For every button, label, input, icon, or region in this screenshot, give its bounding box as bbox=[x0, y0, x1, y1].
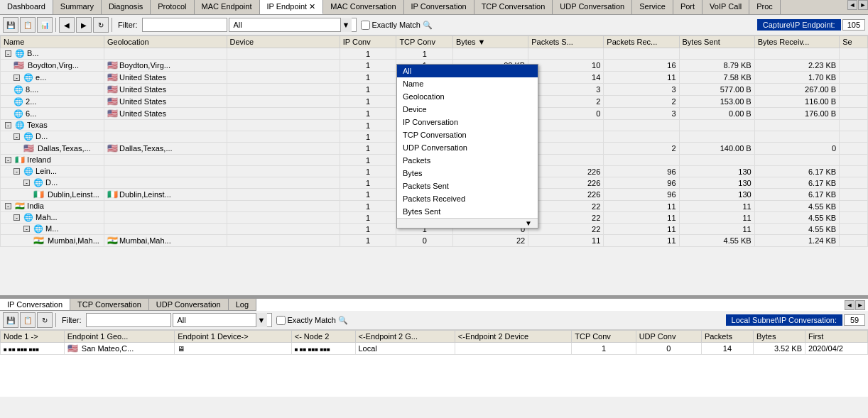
bottom-table-row[interactable]: ■ ■■ ■■■ ■■■ 🇺🇸 San Mateo,C... 🖥 ■ ■■ ■■… bbox=[1, 343, 868, 355]
tab-ip-conversation[interactable]: IP Conversation bbox=[404, 0, 474, 14]
bottom-nav-left[interactable]: ◄ bbox=[845, 300, 855, 310]
collapse-icon[interactable]: - bbox=[23, 226, 30, 232]
toolbar-btn-3[interactable]: 📊 bbox=[37, 17, 53, 33]
tab-mac-endpoint[interactable]: MAC Endpoint bbox=[195, 0, 260, 14]
tab-dashboard[interactable]: Dashboard bbox=[0, 0, 53, 14]
bottom-col-udpconv[interactable]: UDP Conv bbox=[636, 331, 701, 343]
col-header-pktrec[interactable]: Packets Rec... bbox=[604, 36, 679, 48]
row-name: - 🇮🇪 Ireland bbox=[1, 155, 104, 166]
dropdown-item-geolocation[interactable]: Geolocation bbox=[397, 90, 538, 103]
toolbar-btn-4[interactable]: ◀ bbox=[59, 17, 75, 33]
collapse-icon[interactable]: - bbox=[13, 133, 20, 140]
tab-ip-endpoint[interactable]: IP Endpoint ✕ bbox=[260, 0, 324, 14]
toolbar-btn-1[interactable]: 💾 bbox=[3, 17, 18, 33]
row-name: - 🌐 M... bbox=[1, 224, 104, 235]
tab-diagnosis[interactable]: Diagnosis bbox=[102, 0, 151, 14]
bottom-col-node1[interactable]: Node 1 -> bbox=[1, 331, 65, 343]
toolbar-btn-2[interactable]: 📋 bbox=[20, 17, 36, 33]
collapse-icon[interactable]: - bbox=[5, 157, 11, 163]
tab-tcp-conversation[interactable]: TCP Conversation bbox=[474, 0, 553, 14]
table-row[interactable]: - 🌐 B... 1 1 bbox=[1, 48, 868, 60]
bottom-col-geo2[interactable]: <-Endpoint 2 G... bbox=[355, 331, 455, 343]
dropdown-item-packets[interactable]: Packets bbox=[397, 154, 538, 167]
dropdown-item-name[interactable]: Name bbox=[397, 77, 538, 90]
col-header-tcpconv[interactable]: TCP Conv bbox=[396, 36, 453, 48]
filter-combo[interactable]: All ▼ bbox=[229, 18, 357, 32]
bottom-tab-log[interactable]: Log bbox=[229, 299, 256, 310]
bottom-tab-tcp-conversation[interactable]: TCP Conversation bbox=[70, 299, 149, 310]
tab-protocol[interactable]: Protocol bbox=[151, 0, 194, 14]
dropdown-item-udp-conversation[interactable]: UDP Conversation bbox=[397, 141, 538, 154]
bottom-exactly-match-checkbox[interactable] bbox=[276, 316, 286, 325]
col-header-bsent[interactable]: Bytes Sent bbox=[679, 36, 754, 48]
dropdown-item-tcp-conversation[interactable]: TCP Conversation bbox=[397, 128, 538, 141]
dropdown-item-all[interactable]: All bbox=[397, 65, 538, 77]
row-name: 🇮🇳 Mumbai,Mah... bbox=[1, 235, 104, 247]
exactly-match-checkbox[interactable] bbox=[361, 21, 370, 30]
dropdown-item-packets-received[interactable]: Packets Received bbox=[397, 192, 538, 205]
bottom-filter-input[interactable] bbox=[86, 313, 171, 327]
filter-input[interactable] bbox=[142, 18, 227, 32]
col-header-geo[interactable]: Geolocation bbox=[104, 36, 227, 48]
tab-nav-right[interactable]: ► bbox=[858, 0, 868, 10]
toolbar-sep-2 bbox=[112, 18, 112, 32]
tab-nav-left[interactable]: ◄ bbox=[847, 0, 857, 10]
bottom-col-dev2[interactable]: <-Endpoint 2 Device bbox=[455, 331, 571, 343]
bottom-nav-right[interactable]: ► bbox=[855, 300, 865, 310]
bottom-toolbar-btn-2[interactable]: 📋 bbox=[20, 312, 36, 328]
tab-voip-call[interactable]: VoIP Call bbox=[702, 0, 749, 14]
col-header-bytes[interactable]: Bytes ▼ bbox=[453, 36, 528, 48]
tab-port[interactable]: Port bbox=[673, 0, 702, 14]
collapse-icon[interactable]: - bbox=[13, 214, 20, 221]
bottom-col-bytes[interactable]: Bytes bbox=[753, 331, 805, 343]
dropdown-item-packets-sent[interactable]: Packets Sent bbox=[397, 180, 538, 192]
col-header-device[interactable]: Device bbox=[227, 36, 340, 48]
bottom-nav-arrows: ◄ ► bbox=[845, 300, 865, 310]
table-row[interactable]: 🇮🇳 Mumbai,Mah... 🇮🇳Mumbai,Mah... 1 0 22 … bbox=[1, 235, 868, 247]
row-name: - 🌐 D... bbox=[1, 131, 104, 143]
toolbar-btn-5[interactable]: ▶ bbox=[76, 17, 92, 33]
row-name: 🌐 2... bbox=[1, 96, 104, 108]
toolbar-refresh[interactable]: ↻ bbox=[93, 17, 109, 33]
collapse-icon[interactable]: - bbox=[5, 50, 11, 57]
tab-mac-conversation[interactable]: MAC Conversation bbox=[323, 0, 403, 14]
collapse-icon[interactable]: - bbox=[5, 203, 11, 209]
bottom-search-icon[interactable]: 🔍 bbox=[338, 316, 348, 325]
collapse-icon[interactable]: - bbox=[23, 180, 30, 186]
bottom-col-geo1[interactable]: Endpoint 1 Geo... bbox=[64, 331, 174, 343]
tab-proc[interactable]: Proc bbox=[749, 0, 781, 14]
tab-udp-conversation[interactable]: UDP Conversation bbox=[553, 0, 632, 14]
bottom-col-dev1[interactable]: Endpoint 1 Device-> bbox=[175, 331, 291, 343]
dropdown-item-bytes[interactable]: Bytes bbox=[397, 167, 538, 180]
col-header-pktsent[interactable]: Packets S... bbox=[528, 36, 604, 48]
bottom-toolbar-sep bbox=[55, 313, 56, 327]
bottom-tab-ip-conversation[interactable]: IP Conversation bbox=[0, 299, 70, 310]
bottom-toolbar-btn-1[interactable]: 💾 bbox=[3, 312, 18, 328]
col-header-brec[interactable]: Bytes Receiv... bbox=[754, 36, 839, 48]
search-icon[interactable]: 🔍 bbox=[423, 21, 433, 30]
col-header-se[interactable]: Se bbox=[840, 36, 868, 48]
bottom-table: Node 1 -> Endpoint 1 Geo... Endpoint 1 D… bbox=[0, 330, 868, 355]
dropdown-item-ip-conversation[interactable]: IP Conversation bbox=[397, 116, 538, 128]
dropdown-item-bytes-sent[interactable]: Bytes Sent bbox=[397, 205, 538, 218]
bottom-col-node2[interactable]: <- Node 2 bbox=[291, 331, 355, 343]
dropdown-scroll-down[interactable]: ▼ bbox=[397, 218, 538, 228]
bottom-toolbar-refresh[interactable]: ↻ bbox=[37, 312, 53, 328]
tab-summary[interactable]: Summary bbox=[53, 0, 102, 14]
bottom-filter-combo[interactable]: All ▼ bbox=[173, 313, 272, 327]
filter-combo-arrow[interactable]: ▼ bbox=[340, 18, 352, 32]
col-header-ipconv[interactable]: IP Conv bbox=[340, 36, 396, 48]
bottom-col-first[interactable]: First bbox=[805, 331, 868, 343]
collapse-icon[interactable]: - bbox=[13, 75, 20, 81]
bottom-filter-combo-arrow[interactable]: ▼ bbox=[256, 313, 267, 327]
tab-nav-arrows: ◄ ► bbox=[847, 0, 868, 14]
tab-service[interactable]: Service bbox=[632, 0, 673, 14]
collapse-icon[interactable]: - bbox=[5, 122, 11, 128]
bottom-col-packets[interactable]: Packets bbox=[701, 331, 753, 343]
bottom-col-tcpconv[interactable]: TCP Conv bbox=[572, 331, 636, 343]
main-table-area: All Name Geolocation Device IP Conversat… bbox=[0, 35, 868, 297]
col-header-name[interactable]: Name bbox=[1, 36, 104, 48]
dropdown-item-device[interactable]: Device bbox=[397, 103, 538, 116]
collapse-icon[interactable]: - bbox=[13, 168, 20, 175]
bottom-tab-udp-conversation[interactable]: UDP Conversation bbox=[149, 299, 229, 310]
